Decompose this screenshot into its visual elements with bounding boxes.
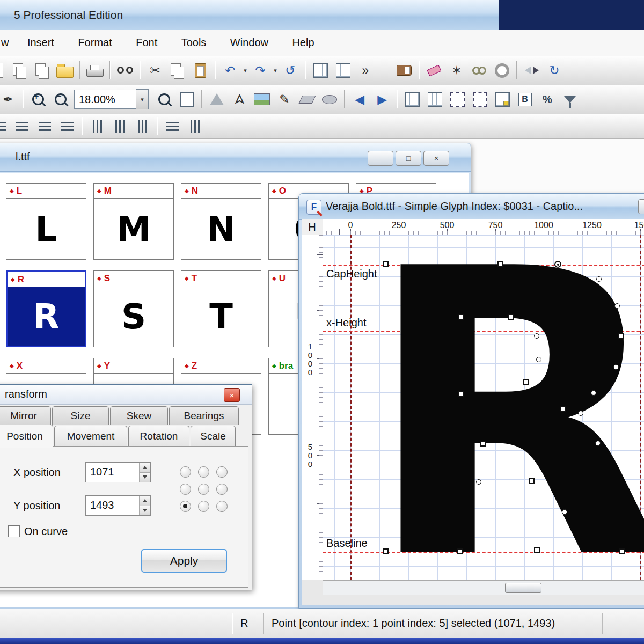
reference-point-radio[interactable] [180, 484, 191, 495]
reference-point-radio-selected[interactable] [180, 501, 191, 512]
x-position-spinner[interactable]: 1071 [85, 462, 151, 482]
y-spin-down-button[interactable] [140, 506, 150, 516]
tab-scale[interactable]: Scale [191, 426, 236, 447]
x-position-label: X position [13, 466, 61, 479]
reference-point-radio[interactable] [216, 484, 228, 495]
y-position-spinner[interactable]: 1493 [85, 495, 151, 516]
reference-point-radio[interactable] [216, 466, 228, 478]
x-position-value[interactable]: 1071 [86, 463, 139, 482]
dialog-title: ransform [5, 385, 47, 403]
transform-dialog: ransform × Mirror Size Skew Bearings Pos… [0, 384, 252, 590]
dialog-close-button[interactable]: × [224, 388, 240, 402]
on-curve-checkbox[interactable] [8, 525, 20, 537]
tab-position[interactable]: Position [0, 425, 53, 448]
y-position-value[interactable]: 1493 [86, 496, 139, 515]
y-spin-up-button[interactable] [140, 496, 150, 506]
reference-point-radio[interactable] [198, 466, 209, 478]
tab-skew[interactable]: Skew [110, 406, 168, 425]
tab-mirror[interactable]: Mirror [0, 406, 51, 425]
tab-bearings[interactable]: Bearings [169, 406, 239, 425]
fontcreator-app: l.ttf – □ × ◆L L ◆M M ◆N N ◆O [0, 0, 644, 644]
tab-rotation[interactable]: Rotation [128, 426, 189, 447]
reference-point-radio[interactable] [198, 484, 209, 495]
tab-size[interactable]: Size [52, 406, 109, 425]
reference-point-radio[interactable] [180, 466, 191, 478]
tab-movement[interactable]: Movement [54, 426, 127, 447]
y-position-label: Y position [13, 500, 60, 512]
reference-point-radio[interactable] [198, 501, 209, 512]
apply-button[interactable]: Apply [141, 549, 227, 573]
x-spin-up-button[interactable] [140, 463, 150, 473]
x-spin-down-button[interactable] [140, 473, 150, 482]
reference-point-radio[interactable] [216, 501, 228, 512]
on-curve-label: On curve [24, 525, 68, 538]
